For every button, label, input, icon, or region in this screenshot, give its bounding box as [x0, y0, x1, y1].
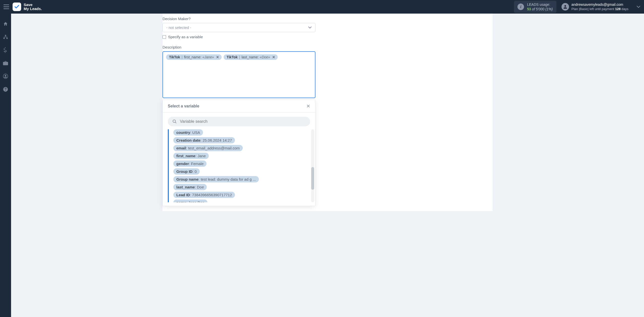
variable-option[interactable]: first_name: Jane	[173, 153, 209, 159]
app-header: Save My Leads. i LEADS usage: 53 of 5'00…	[0, 0, 644, 14]
svg-point-7	[5, 90, 6, 91]
variable-value: : test lead: dummy data for ad g ...	[198, 177, 256, 181]
variable-search-box[interactable]	[168, 117, 310, 126]
sidebar-item-help[interactable]	[0, 86, 11, 93]
logo-line-2: My Leads.	[24, 7, 42, 11]
header-left: Save My Leads.	[4, 3, 42, 11]
variable-tag: TikTok | first_name: «Jane»✕	[166, 54, 222, 60]
svg-point-5	[5, 75, 6, 76]
variable-key: country	[176, 130, 190, 135]
variable-key: Group name	[176, 177, 198, 181]
decision-maker-select[interactable]: - not selected -	[163, 23, 315, 32]
variable-option[interactable]: Creation date: 25.06.2024 14:27	[173, 137, 235, 143]
select-value: - not selected -	[166, 25, 191, 30]
dropdown-header: Select a variable ✕	[163, 100, 315, 113]
variable-option[interactable]: name: Jane Doe	[173, 200, 208, 202]
specify-checkbox-label: Specify as a variable	[168, 35, 203, 39]
dropdown-close-button[interactable]: ✕	[306, 103, 310, 109]
specify-checkbox[interactable]	[163, 35, 166, 39]
scrollbar-track[interactable]	[311, 129, 314, 202]
variable-list-wrap: country: USACreation date: 25.06.2024 14…	[163, 129, 315, 206]
variable-option[interactable]: Lead ID: 7384396656390717712	[173, 192, 235, 198]
usage-of: of	[532, 7, 536, 11]
tag-remove-button[interactable]: ✕	[216, 55, 219, 59]
description-label: Description	[163, 45, 315, 49]
scrollbar-thumb[interactable]	[311, 167, 314, 190]
tag-separator: |	[182, 55, 183, 59]
variable-search-input[interactable]	[180, 119, 306, 124]
variable-dropdown-panel: Select a variable ✕ country: USACreation…	[163, 100, 315, 206]
user-avatar-icon	[561, 3, 569, 11]
variable-key: Lead ID	[176, 193, 190, 197]
tag-value: «Doe»	[260, 55, 270, 59]
search-wrap	[163, 113, 315, 129]
days-count: 128	[615, 7, 621, 11]
dropdown-title: Select a variable	[168, 104, 199, 108]
specify-checkbox-row[interactable]: Specify as a variable	[163, 35, 315, 39]
usage-current: 53	[527, 7, 531, 11]
variable-key: first_name	[176, 154, 195, 158]
variable-key: Group ID	[176, 169, 192, 174]
app-logo[interactable]: Save My Leads.	[13, 3, 42, 11]
decision-maker-label: Decision Maker?	[163, 17, 315, 21]
sidebar-item-connections[interactable]	[0, 33, 11, 41]
tag-field: last_name:	[242, 55, 259, 59]
usage-label: LEADS usage:	[527, 2, 553, 7]
logo-text: Save My Leads.	[24, 3, 42, 11]
sidebar-item-home[interactable]	[0, 20, 11, 28]
tag-source: TikTok	[169, 55, 180, 59]
user-info: andrewsavemyleads@gmail.com Plan |Basic|…	[572, 2, 629, 11]
variable-key: email	[176, 146, 186, 150]
header-right: i LEADS usage: 53 of 5'000 (1%) andrewsa…	[514, 1, 640, 13]
variable-option[interactable]: country: USA	[173, 129, 203, 136]
variable-key: name	[176, 201, 186, 202]
variable-option[interactable]: Group name: test lead: dummy data for ad…	[173, 176, 259, 182]
logo-line-1: Save	[24, 3, 42, 7]
header-collapse-button[interactable]	[636, 6, 640, 8]
tag-value: «Jane»	[203, 55, 214, 59]
hamburger-menu-button[interactable]	[4, 5, 9, 9]
usage-percent: (1%)	[545, 7, 553, 11]
tag-remove-button[interactable]: ✕	[272, 55, 275, 59]
svg-rect-1	[5, 35, 6, 36]
variable-value: : Jane	[195, 154, 206, 158]
variable-tag: TikTok | last_name: «Doe»✕	[224, 54, 278, 60]
variable-value: : 0	[192, 169, 197, 174]
variable-value: : Jane Doe	[186, 201, 205, 202]
variable-key: Creation date	[176, 138, 200, 142]
sidebar-item-billing[interactable]	[0, 46, 11, 54]
tag-separator: |	[239, 55, 240, 59]
chevron-down-icon	[308, 26, 312, 29]
svg-point-0	[564, 5, 566, 7]
sidebar-nav	[0, 14, 11, 211]
sidebar-item-briefcase[interactable]	[0, 59, 11, 67]
tag-field: first_name:	[184, 55, 201, 59]
variable-list: country: USACreation date: 25.06.2024 14…	[168, 129, 310, 202]
tag-source: TikTok	[227, 55, 238, 59]
description-input[interactable]: TikTok | first_name: «Jane»✕TikTok | las…	[163, 51, 315, 98]
variable-value: : 7384396656390717712	[190, 193, 232, 197]
svg-rect-3	[6, 38, 8, 39]
leads-usage-widget[interactable]: i LEADS usage: 53 of 5'000 (1%)	[514, 1, 556, 13]
logo-checkmark-icon	[13, 3, 21, 11]
user-account-widget[interactable]: andrewsavemyleads@gmail.com Plan |Basic|…	[561, 2, 629, 11]
sidebar-item-profile[interactable]	[0, 72, 11, 80]
search-icon	[172, 119, 177, 124]
variable-option[interactable]: Group ID: 0	[173, 168, 200, 175]
variable-value: : USA	[190, 130, 200, 135]
main-content: Decision Maker? - not selected - Specify…	[11, 14, 644, 211]
variable-option[interactable]: email: test_email_address@mail.com	[173, 145, 243, 151]
variable-value: : Female	[189, 162, 204, 166]
info-icon: i	[517, 4, 524, 10]
svg-rect-2	[4, 38, 5, 39]
variable-value: : test_email_address@mail.com	[186, 146, 240, 150]
usage-text: LEADS usage: 53 of 5'000 (1%)	[527, 2, 553, 11]
usage-stats: 53 of 5'000 (1%)	[527, 7, 553, 11]
variable-option[interactable]: gender: Female	[173, 161, 207, 167]
variable-option[interactable]: last_name: Doe	[173, 184, 207, 190]
variable-key: last_name	[176, 185, 195, 189]
user-plan: Plan |Basic| left until payment 128 days	[572, 7, 629, 11]
user-email: andrewsavemyleads@gmail.com	[572, 2, 629, 7]
variable-value: : Doe	[195, 185, 204, 189]
variable-value: : 25.06.2024 14:27	[200, 138, 232, 142]
